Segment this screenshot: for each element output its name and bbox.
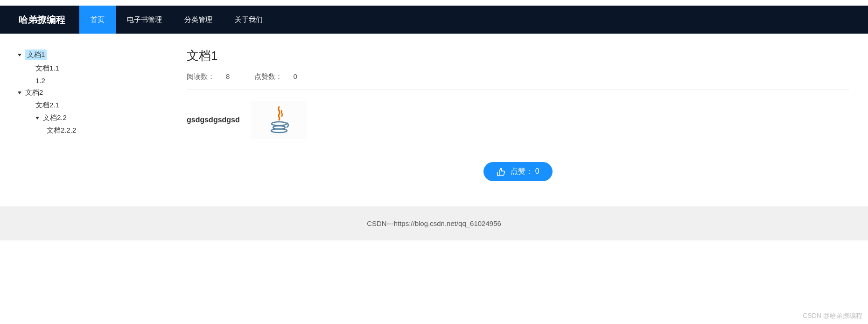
footer: CSDN---https://blog.csdn.net/qq_61024956 (0, 206, 868, 240)
thumbs-up-icon (497, 167, 506, 176)
caret-down-icon (18, 54, 21, 56)
java-icon (251, 101, 307, 139)
caret-down-icon (35, 117, 39, 120)
svg-point-0 (272, 122, 287, 126)
tree-label: 文档2.1 (35, 101, 59, 110)
nav-ebook-manage[interactable]: 电子书管理 (116, 6, 173, 34)
caret-down-icon (18, 92, 21, 94)
tree-node-1-2[interactable]: 1.2 (14, 75, 177, 86)
tree-node-doc1-1[interactable]: 文档1.1 (14, 62, 177, 75)
tree-label: 文档2 (25, 88, 43, 97)
footer-text: CSDN---https://blog.csdn.net/qq_61024956 (367, 219, 501, 227)
browser-chrome-spacer (0, 0, 868, 6)
read-count: 阅读数：8 (187, 72, 241, 80)
like-count: 点赞数：0 (254, 72, 308, 80)
brand-title: 哈弟撩编程 (19, 14, 65, 26)
article-body: gsdgsdgsdgsd (187, 101, 849, 139)
navbar: 哈弟撩编程 首页 电子书管理 分类管理 关于我们 (0, 6, 868, 34)
tree-node-doc2[interactable]: 文档2 (14, 86, 177, 99)
doc-meta: 阅读数：8 点赞数：0 (187, 72, 849, 81)
sidebar-tree: 文档1 文档1.1 1.2 文档2 文档2.1 文档2.2 文档2.2.2 (0, 34, 177, 192)
like-button-label: 点赞： 0 (511, 167, 539, 176)
nav-home[interactable]: 首页 (79, 6, 116, 34)
divider (187, 90, 849, 90)
tree-label: 文档1.1 (35, 64, 59, 73)
tree-node-doc2-2-2[interactable]: 文档2.2.2 (14, 124, 177, 137)
svg-point-2 (271, 129, 287, 133)
like-button[interactable]: 点赞： 0 (483, 162, 552, 181)
doc-title: 文档1 (187, 48, 849, 64)
nav-category-manage[interactable]: 分类管理 (173, 6, 224, 34)
tree-node-doc1[interactable]: 文档1 (14, 48, 177, 62)
tree-label: 文档2.2.2 (47, 126, 76, 135)
tree-label: 文档1 (25, 49, 47, 60)
tree-node-doc2-2[interactable]: 文档2.2 (14, 112, 177, 124)
content-area: 文档1 阅读数：8 点赞数：0 gsdgsdgsdgsd (177, 34, 868, 192)
article-text: gsdgsdgsdgsd (187, 116, 240, 124)
tree-node-doc2-1[interactable]: 文档2.1 (14, 99, 177, 112)
nav-about[interactable]: 关于我们 (224, 6, 274, 34)
tree-label: 1.2 (35, 77, 45, 85)
tree-label: 文档2.2 (43, 113, 67, 122)
